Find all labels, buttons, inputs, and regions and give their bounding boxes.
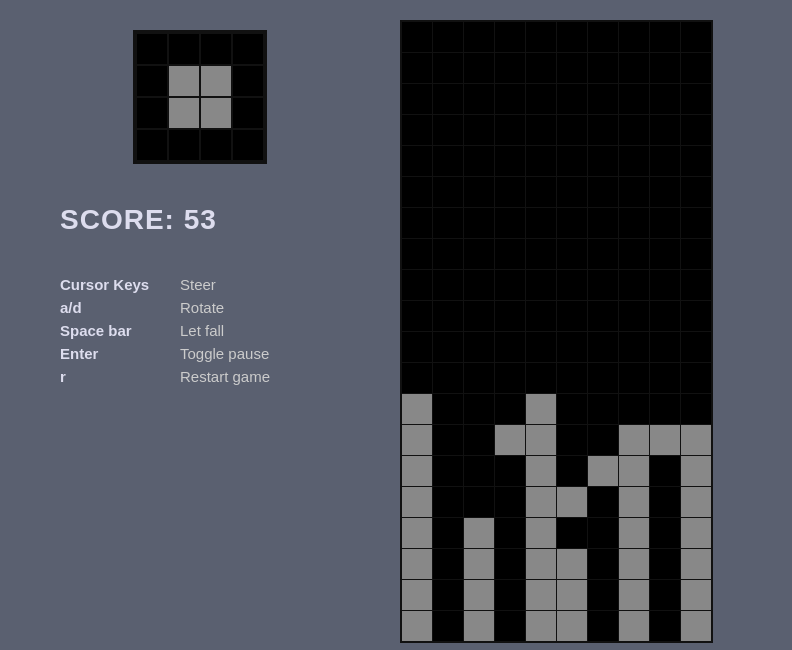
next-piece-cell bbox=[137, 34, 167, 64]
next-piece-cell bbox=[201, 66, 231, 96]
board-cell bbox=[588, 487, 618, 517]
board-cell bbox=[464, 425, 494, 455]
board-cell bbox=[681, 22, 711, 52]
board-cell bbox=[681, 270, 711, 300]
board-cell bbox=[588, 580, 618, 610]
board-cell bbox=[495, 22, 525, 52]
board-cell bbox=[619, 487, 649, 517]
board-cell bbox=[433, 394, 463, 424]
board-cell bbox=[557, 270, 587, 300]
board-cell bbox=[588, 115, 618, 145]
board-cell bbox=[495, 301, 525, 331]
board-cell bbox=[681, 580, 711, 610]
board-cell bbox=[464, 580, 494, 610]
board-cell bbox=[402, 549, 432, 579]
board-cell bbox=[433, 270, 463, 300]
board-cell bbox=[588, 301, 618, 331]
board-cell bbox=[681, 53, 711, 83]
board-cell bbox=[681, 487, 711, 517]
next-piece-cell bbox=[201, 34, 231, 64]
board-cell bbox=[464, 332, 494, 362]
board-cell bbox=[433, 487, 463, 517]
board-cell bbox=[402, 208, 432, 238]
board-cell bbox=[526, 425, 556, 455]
board-cell bbox=[402, 332, 432, 362]
control-row: Space barLet fall bbox=[60, 322, 380, 339]
board-cell bbox=[650, 177, 680, 207]
board-cell bbox=[650, 22, 680, 52]
board-cell bbox=[681, 146, 711, 176]
board-cell bbox=[619, 549, 649, 579]
board-cell bbox=[557, 115, 587, 145]
board-cell bbox=[619, 270, 649, 300]
board-cell bbox=[588, 208, 618, 238]
board-cell bbox=[681, 394, 711, 424]
board-cell bbox=[495, 363, 525, 393]
board-cell bbox=[402, 456, 432, 486]
next-piece-cell bbox=[233, 66, 263, 96]
board-cell bbox=[526, 611, 556, 641]
board-cell bbox=[402, 580, 432, 610]
next-piece-area bbox=[20, 30, 380, 164]
board-cell bbox=[433, 239, 463, 269]
next-piece-cell bbox=[169, 34, 199, 64]
board-cell bbox=[495, 611, 525, 641]
board-cell bbox=[681, 549, 711, 579]
score-area: SCORE: 53 bbox=[60, 204, 380, 236]
board-cell bbox=[464, 115, 494, 145]
board-cell bbox=[650, 456, 680, 486]
board-cell bbox=[526, 177, 556, 207]
board-cell bbox=[464, 84, 494, 114]
board-cell bbox=[402, 425, 432, 455]
board-cell bbox=[650, 301, 680, 331]
board-cell bbox=[588, 22, 618, 52]
game-container: SCORE: 53 Cursor KeysSteera/dRotateSpace… bbox=[0, 0, 792, 650]
board-cell bbox=[402, 301, 432, 331]
board-cell bbox=[526, 115, 556, 145]
board-cell bbox=[557, 239, 587, 269]
control-desc: Rotate bbox=[180, 299, 224, 316]
board-cell bbox=[464, 177, 494, 207]
board-cell bbox=[402, 363, 432, 393]
board-cell bbox=[464, 394, 494, 424]
board-cell bbox=[433, 53, 463, 83]
board-cell bbox=[588, 549, 618, 579]
board-cell bbox=[402, 177, 432, 207]
board-cell bbox=[619, 332, 649, 362]
board-cell bbox=[433, 115, 463, 145]
game-board bbox=[400, 20, 713, 643]
board-cell bbox=[557, 146, 587, 176]
board-cell bbox=[681, 239, 711, 269]
board-cell bbox=[619, 84, 649, 114]
board-cell bbox=[588, 146, 618, 176]
next-piece-grid bbox=[133, 30, 267, 164]
control-row: Cursor KeysSteer bbox=[60, 276, 380, 293]
control-key: Enter bbox=[60, 345, 180, 362]
control-key: Space bar bbox=[60, 322, 180, 339]
board-cell bbox=[650, 53, 680, 83]
board-cell bbox=[588, 363, 618, 393]
control-key: a/d bbox=[60, 299, 180, 316]
board-cell bbox=[650, 270, 680, 300]
left-panel: SCORE: 53 Cursor KeysSteera/dRotateSpace… bbox=[20, 20, 380, 630]
right-panel bbox=[400, 20, 713, 630]
board-cell bbox=[526, 22, 556, 52]
board-cell bbox=[650, 363, 680, 393]
board-cell bbox=[495, 549, 525, 579]
board-cell bbox=[557, 301, 587, 331]
board-cell bbox=[495, 146, 525, 176]
next-piece-cell bbox=[201, 130, 231, 160]
board-cell bbox=[619, 146, 649, 176]
next-piece-cell bbox=[233, 98, 263, 128]
board-cell bbox=[464, 239, 494, 269]
board-cell bbox=[619, 580, 649, 610]
board-cell bbox=[681, 208, 711, 238]
board-cell bbox=[557, 177, 587, 207]
board-cell bbox=[681, 518, 711, 548]
board-cell bbox=[557, 425, 587, 455]
board-cell bbox=[650, 146, 680, 176]
board-cell bbox=[650, 332, 680, 362]
board-cell bbox=[557, 580, 587, 610]
board-cell bbox=[495, 270, 525, 300]
board-cell bbox=[433, 425, 463, 455]
